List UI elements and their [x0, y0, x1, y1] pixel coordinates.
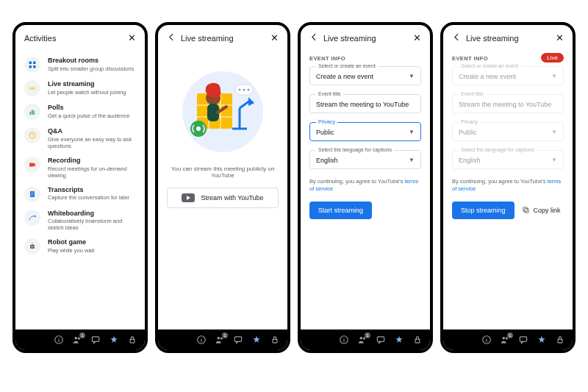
close-icon[interactable]: ✕: [270, 32, 279, 43]
stream-youtube-button[interactable]: Stream with YouTube: [167, 188, 279, 208]
field-value: Stream the meeting to YouTube: [316, 101, 409, 108]
panel-live-intro: Live streaming ✕: [155, 22, 290, 353]
privacy-field[interactable]: Privacy Public ▼: [309, 122, 421, 141]
chat-icon[interactable]: [376, 335, 386, 345]
activities-icon[interactable]: [394, 335, 404, 345]
chat-icon[interactable]: [233, 335, 243, 345]
svg-line-35: [240, 101, 250, 108]
people-icon[interactable]: 1: [215, 335, 225, 345]
lock-icon[interactable]: [412, 335, 423, 345]
live-title: Live streaming: [323, 34, 376, 43]
svg-rect-2: [29, 65, 32, 68]
activity-transcripts[interactable]: TranscriptsCapture the conversation for …: [24, 186, 136, 202]
field-label: Select or create an event: [459, 63, 520, 68]
chevron-down-icon: ▼: [551, 129, 557, 135]
copy-link-button[interactable]: Copy link: [522, 206, 561, 214]
svg-rect-16: [30, 245, 35, 249]
activity-title: Live streaming: [48, 80, 126, 88]
svg-rect-3: [33, 65, 36, 68]
field-label: Privacy: [316, 119, 337, 124]
youtube-icon: [182, 193, 195, 202]
bottom-bar: 1: [158, 329, 287, 350]
event-title-field: Event title Stream the meeting to YouTub…: [452, 94, 564, 113]
close-icon[interactable]: ✕: [556, 32, 564, 43]
qa-icon: ?: [24, 127, 40, 143]
close-icon[interactable]: ✕: [413, 32, 421, 43]
whiteboard-icon: [24, 210, 40, 226]
event-select-field: Select or create an event Create a new e…: [452, 66, 564, 85]
activity-recording[interactable]: RecordingRecord meetings for on-demand v…: [24, 157, 136, 179]
svg-point-44: [201, 338, 201, 338]
activity-desc: Split into smaller group discussions: [48, 65, 134, 72]
activity-polls[interactable]: PollsGet a quick pulse of the audience: [24, 104, 136, 120]
lock-icon[interactable]: [270, 335, 280, 345]
chat-icon[interactable]: [90, 335, 101, 345]
event-info-label: EVENT INFO: [452, 55, 488, 62]
activity-desc: Collaboratively brainstorm and sketch id…: [48, 218, 136, 231]
activities-icon[interactable]: [251, 335, 262, 345]
svg-point-45: [218, 337, 220, 340]
chevron-down-icon: ▼: [409, 73, 415, 79]
people-count: 1: [222, 332, 228, 338]
svg-rect-7: [34, 111, 35, 115]
svg-rect-55: [415, 339, 420, 343]
activities-icon[interactable]: [109, 335, 119, 345]
info-icon[interactable]: [481, 335, 492, 345]
activities-list: Breakout roomsSplit into smaller group d…: [24, 49, 136, 262]
live-title: Live streaming: [466, 34, 519, 43]
svg-point-51: [343, 338, 344, 338]
terms-text: By continuing, you agree to YouTube's te…: [452, 178, 564, 193]
people-count: 1: [507, 332, 513, 338]
activities-icon[interactable]: [537, 335, 547, 345]
activity-live-streaming[interactable]: Live streamingLet people watch without j…: [24, 80, 136, 96]
transcript-icon: [24, 186, 40, 202]
svg-rect-47: [234, 337, 241, 341]
activity-desc: Record meetings for on-demand viewing: [48, 165, 136, 179]
event-select-field[interactable]: Select or create an event Create a new e…: [309, 66, 421, 85]
stop-streaming-button[interactable]: Stop streaming: [452, 202, 514, 219]
back-icon[interactable]: [452, 32, 462, 43]
lock-icon[interactable]: [555, 335, 565, 345]
start-streaming-button[interactable]: Start streaming: [309, 202, 372, 219]
panel-activities: Activities ✕ Breakout roomsSplit into sm…: [12, 22, 148, 353]
people-icon[interactable]: 1: [500, 335, 510, 345]
activities-title: Activities: [24, 34, 56, 43]
breakout-icon: [24, 57, 40, 73]
language-field[interactable]: Select the language for captions English…: [309, 150, 421, 169]
info-icon[interactable]: [54, 335, 64, 345]
bottom-bar: 1: [443, 329, 573, 350]
activity-qa[interactable]: ? Q&AGive everyone an easy way to ask qu…: [24, 127, 136, 149]
field-label: Event title: [459, 91, 486, 96]
people-icon[interactable]: 1: [357, 335, 368, 345]
svg-point-4: [32, 88, 34, 90]
info-icon[interactable]: [339, 335, 349, 345]
field-value: English: [316, 157, 338, 164]
back-icon[interactable]: [309, 32, 319, 43]
activity-whiteboarding[interactable]: WhiteboardingCollaboratively brainstorm …: [24, 210, 136, 232]
chevron-down-icon: ▼: [409, 129, 415, 135]
panel-live-form: Live streaming ✕ EVENT INFO Select or cr…: [298, 22, 433, 353]
svg-point-40: [243, 89, 245, 91]
bottom-bar: 1: [15, 329, 145, 350]
live-icon: [24, 80, 40, 96]
panel-live-active: Live streaming ✕ EVENT INFO Live Select …: [440, 22, 576, 353]
privacy-field: Privacy Public ▼: [452, 122, 564, 141]
activity-robot-game[interactable]: Robot gamePlay while you wait: [24, 238, 136, 254]
svg-point-53: [363, 338, 365, 340]
close-icon[interactable]: ✕: [128, 32, 136, 43]
chat-icon[interactable]: [518, 335, 528, 345]
back-icon[interactable]: [167, 32, 176, 43]
event-title-field[interactable]: Event title Stream the meeting to YouTub…: [309, 94, 421, 113]
field-label: Privacy: [459, 119, 480, 124]
svg-rect-57: [523, 207, 527, 212]
lock-icon[interactable]: [127, 335, 137, 345]
robot-icon: [24, 238, 40, 254]
people-icon[interactable]: 1: [72, 335, 82, 345]
activity-breakout-rooms[interactable]: Breakout roomsSplit into smaller group d…: [24, 57, 136, 73]
language-field: Select the language for captions English…: [452, 150, 564, 169]
info-icon[interactable]: [196, 335, 207, 345]
field-label: Select the language for captions: [316, 147, 394, 152]
field-label: Event title: [316, 91, 343, 96]
people-count: 1: [79, 332, 85, 338]
field-value: English: [459, 157, 481, 164]
